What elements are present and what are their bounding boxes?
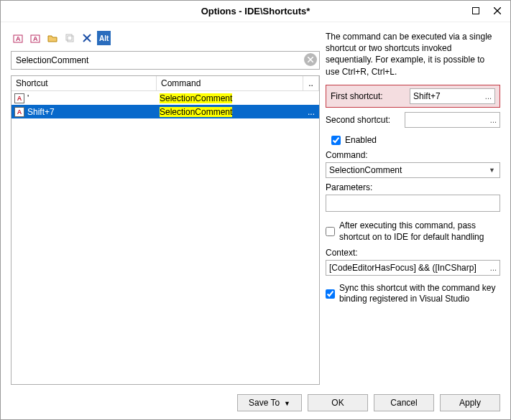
cancel-button[interactable]: Cancel (374, 394, 434, 411)
enabled-label: Enabled (345, 135, 500, 146)
header-shortcut[interactable]: Shortcut (11, 76, 157, 90)
table-row[interactable]: A Shift+7 SelectionComment ... (11, 105, 319, 118)
enabled-checkbox-row: Enabled (331, 135, 500, 146)
titlebar: Options - IDE\Shortcuts* (1, 1, 510, 22)
chevron-down-icon: ▼ (489, 167, 495, 174)
shortcut-row-icon: A (14, 107, 24, 117)
folder-open-icon[interactable] (45, 31, 60, 45)
first-shortcut-label: First shortcut: (331, 91, 405, 101)
command-value: SelectionComment (329, 165, 402, 175)
parameters-input[interactable] (326, 195, 500, 212)
table-body: A ' SelectionComment A Shift+7 (11, 91, 319, 118)
search-wrapper (11, 51, 320, 70)
copy-icon[interactable] (63, 31, 77, 45)
ellipsis-icon[interactable]: ... (485, 92, 492, 101)
command-select[interactable]: SelectionComment ▼ (326, 162, 500, 178)
shortcut-toolbar: A A Alt (11, 31, 320, 45)
pass-to-ide-checkbox[interactable] (326, 227, 335, 236)
command-text: SelectionComment (160, 93, 232, 103)
table-header: Shortcut Command .. (11, 76, 319, 91)
options-dialog: Options - IDE\Shortcuts* A A (0, 0, 511, 420)
enabled-checkbox[interactable] (331, 136, 341, 145)
svg-rect-8 (68, 36, 73, 42)
content-area: A A Alt (1, 22, 510, 385)
description-text: The command can be executed via a single… (326, 31, 500, 78)
first-shortcut-row: First shortcut: Shift+7 ... (326, 85, 500, 108)
ellipsis-icon[interactable]: ... (490, 263, 497, 272)
cell-shortcut: A Shift+7 (11, 107, 157, 117)
apply-button[interactable]: Apply (440, 394, 500, 411)
save-to-label: Save To (249, 398, 280, 408)
header-command[interactable]: Command (157, 76, 303, 90)
shortcut-text: ' (27, 93, 29, 103)
cell-shortcut: A ' (11, 93, 157, 103)
second-shortcut-row: Second shortcut: ... (326, 112, 500, 128)
parameters-label: Parameters: (326, 182, 500, 192)
context-block: Context: [CodeEditorHasFocus] && ([InCSh… (326, 248, 500, 276)
left-panel: A A Alt (11, 31, 320, 385)
context-value: [CodeEditorHasFocus] && ([InCSharp] (329, 263, 477, 273)
pass-to-ide-row: After executing this command, pass short… (326, 220, 500, 243)
second-shortcut-label: Second shortcut: (326, 115, 400, 125)
cell-extra: ... (303, 107, 319, 117)
context-label: Context: (326, 248, 500, 258)
shortcut-text: Shift+7 (27, 107, 55, 117)
right-panel: The command can be executed via a single… (326, 31, 500, 385)
command-block: Command: SelectionComment ▼ (326, 150, 500, 178)
shortcut-table[interactable]: Shortcut Command .. A ' SelectionComment (11, 75, 320, 385)
clear-search-button[interactable] (304, 53, 317, 66)
sync-row: Sync this shortcut with the command key … (326, 283, 500, 305)
first-shortcut-value: Shift+7 (413, 91, 441, 101)
pass-to-ide-label: After executing this command, pass short… (339, 220, 500, 243)
ok-button[interactable]: OK (308, 394, 368, 411)
shortcut-row-icon: A (14, 93, 24, 103)
context-input[interactable]: [CodeEditorHasFocus] && ([InCSharp] ... (326, 260, 500, 276)
svg-text:A: A (16, 35, 21, 42)
close-button[interactable] (490, 4, 505, 18)
search-input[interactable] (11, 51, 320, 70)
sync-label: Sync this shortcut with the command key … (339, 283, 500, 305)
command-label: Command: (326, 150, 500, 160)
second-shortcut-input[interactable]: ... (405, 112, 500, 128)
window-buttons (469, 4, 505, 18)
sync-checkbox[interactable] (326, 289, 335, 299)
chevron-down-icon: ▼ (284, 400, 290, 407)
new-shortcut-icon[interactable]: A (28, 31, 42, 45)
first-shortcut-input[interactable]: Shift+7 ... (410, 88, 495, 104)
table-row[interactable]: A ' SelectionComment (11, 91, 319, 105)
delete-icon[interactable] (80, 31, 94, 45)
window-title: Options - IDE\Shortcuts* (201, 6, 310, 17)
new-folder-icon[interactable]: A (11, 31, 25, 45)
dialog-footer: Save To▼ OK Cancel Apply (1, 385, 510, 419)
svg-text:A: A (33, 35, 38, 42)
header-extra[interactable]: .. (303, 76, 319, 90)
ellipsis-icon[interactable]: ... (490, 116, 497, 124)
svg-rect-0 (473, 8, 479, 14)
alt-toggle[interactable]: Alt (97, 31, 111, 45)
maximize-button[interactable] (469, 4, 483, 18)
svg-rect-7 (66, 34, 72, 40)
save-to-button[interactable]: Save To▼ (237, 394, 302, 411)
cell-command: SelectionComment (157, 107, 303, 117)
command-text: SelectionComment (160, 107, 232, 117)
cell-command: SelectionComment (157, 93, 303, 103)
parameters-block: Parameters: (326, 182, 500, 212)
